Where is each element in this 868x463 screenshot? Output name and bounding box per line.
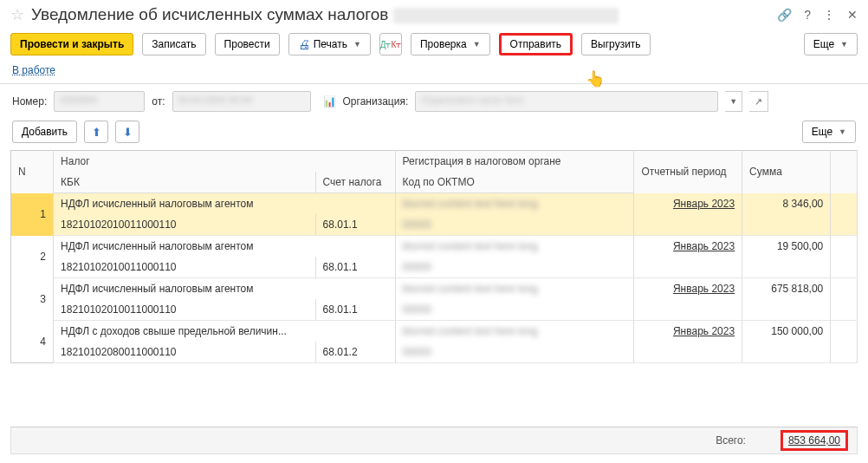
row-tax: НДФЛ с доходов свыше предельной величин.… — [54, 321, 395, 342]
col-acct: Счет налога — [315, 172, 395, 193]
chevron-down-icon: ▼ — [840, 40, 848, 49]
col-oktmo: Код по ОКТМО — [395, 172, 634, 193]
col-reg: Регистрация в налоговом органе — [395, 151, 634, 173]
row-sum: 8 346,00 — [742, 193, 831, 215]
org-dropdown-button[interactable]: ▼ — [725, 91, 742, 112]
row-oktmo: 00000 — [395, 299, 634, 321]
chevron-down-icon: ▼ — [839, 127, 846, 136]
row-reg: blurred content text here long — [395, 321, 634, 342]
row-acct: 68.01.2 — [315, 342, 395, 363]
row-reg: blurred content text here long — [395, 193, 634, 215]
tax-table[interactable]: N Налог Регистрация в налоговом органе О… — [10, 150, 858, 363]
col-sum: Сумма — [742, 151, 831, 193]
chevron-down-icon: ▼ — [473, 40, 481, 49]
dt-kt-button[interactable]: ДᴛКᴛ — [379, 33, 402, 55]
chevron-down-icon: ▼ — [353, 40, 361, 49]
total-value: 853 664,00 — [781, 430, 848, 451]
row-tax: НДФЛ исчисленный налоговым агентом — [54, 193, 395, 215]
table-row[interactable]: 4НДФЛ с доходов свыше предельной величин… — [11, 321, 858, 342]
row-reg: blurred content text here long — [395, 278, 634, 300]
link-icon[interactable]: 🔗 — [777, 8, 792, 22]
status-link[interactable]: В работе — [12, 64, 55, 76]
row-tax: НДФЛ исчисленный налоговым агентом — [54, 278, 395, 300]
row-n: 1 — [11, 193, 54, 236]
row-kbk: 18210102080011000110 — [54, 342, 316, 363]
table-row[interactable]: 1НДФЛ исчисленный налоговым агентомblurr… — [11, 193, 858, 215]
write-button[interactable]: Записать — [142, 33, 205, 55]
date-input[interactable]: 00.00.0000 00:00 — [172, 91, 311, 112]
move-up-button[interactable]: ⬆ — [84, 121, 108, 143]
number-label: Номер: — [12, 95, 47, 108]
row-kbk: 18210102010011000110 — [54, 214, 316, 236]
row-kbk: 18210102010011000110 — [54, 257, 316, 278]
row-n: 4 — [11, 321, 54, 363]
more-button-top[interactable]: Еще ▼ — [804, 33, 858, 55]
add-button[interactable]: Добавить — [12, 121, 77, 143]
table-row[interactable]: 2НДФЛ исчисленный налоговым агентомblurr… — [11, 236, 858, 258]
printer-icon: 🖨 — [298, 37, 310, 51]
row-kbk: 18210102010011000110 — [54, 299, 316, 321]
post-button[interactable]: Провести — [215, 33, 280, 55]
row-sum: 150 000,00 — [742, 321, 831, 342]
total-label: Всего: — [716, 434, 746, 447]
col-tax: Налог — [54, 151, 395, 173]
table-row[interactable]: 3НДФЛ исчисленный налоговым агентомblurr… — [11, 278, 858, 300]
org-input[interactable]: Organization name here — [415, 91, 718, 112]
move-down-button[interactable]: ⬇ — [115, 121, 139, 143]
col-period: Отчетный период — [634, 151, 742, 193]
row-period: Январь 2023 — [634, 278, 742, 300]
table-row-sub[interactable]: 1821010201001100011068.01.100000 — [11, 257, 858, 278]
col-end — [831, 151, 858, 193]
export-button[interactable]: Выгрузить — [581, 33, 651, 55]
table-row-sub[interactable]: 1821010208001100011068.01.200000 — [11, 342, 858, 363]
check-button[interactable]: Проверка ▼ — [411, 33, 490, 55]
favorite-star-icon[interactable]: ☆ — [10, 5, 24, 24]
from-label: от: — [152, 95, 165, 108]
row-oktmo: 00000 — [395, 214, 634, 236]
more-button-grid[interactable]: Еще ▼ — [802, 121, 856, 143]
send-button[interactable]: Отправить — [499, 33, 573, 55]
col-kbk: КБК — [54, 172, 316, 193]
row-period: Январь 2023 — [634, 321, 742, 342]
org-open-button[interactable]: ↗ — [749, 91, 768, 112]
row-period: Январь 2023 — [634, 193, 742, 215]
page-title: Уведомление об исчисленных суммах налого… — [31, 5, 770, 24]
row-acct: 68.01.1 — [315, 257, 395, 278]
row-acct: 68.01.1 — [315, 214, 395, 236]
table-row-sub[interactable]: 1821010201001100011068.01.100000 — [11, 214, 858, 236]
close-icon[interactable]: ✕ — [847, 8, 858, 22]
row-reg: blurred content text here long — [395, 236, 634, 258]
print-button[interactable]: 🖨 Печать ▼ — [288, 33, 371, 55]
org-label: Организация: — [343, 95, 409, 108]
row-n: 2 — [11, 236, 54, 278]
row-period: Январь 2023 — [634, 236, 742, 258]
settings-icon[interactable]: ⋮ — [823, 8, 835, 22]
row-sum: 19 500,00 — [742, 236, 831, 258]
number-input[interactable]: 0000000 — [54, 91, 145, 112]
total-row: Всего: 853 664,00 — [10, 427, 858, 454]
post-and-close-button[interactable]: Провести и закрыть — [10, 33, 133, 55]
row-n: 3 — [11, 278, 54, 321]
table-row-sub[interactable]: 1821010201001100011068.01.100000 — [11, 299, 858, 321]
row-oktmo: 00000 — [395, 257, 634, 278]
row-oktmo: 00000 — [395, 342, 634, 363]
col-n: N — [11, 151, 54, 193]
row-sum: 675 818,00 — [742, 278, 831, 300]
row-acct: 68.01.1 — [315, 299, 395, 321]
row-tax: НДФЛ исчисленный налоговым агентом — [54, 236, 395, 258]
help-icon[interactable]: ? — [804, 8, 811, 22]
org-icon: 📊 — [323, 95, 336, 108]
